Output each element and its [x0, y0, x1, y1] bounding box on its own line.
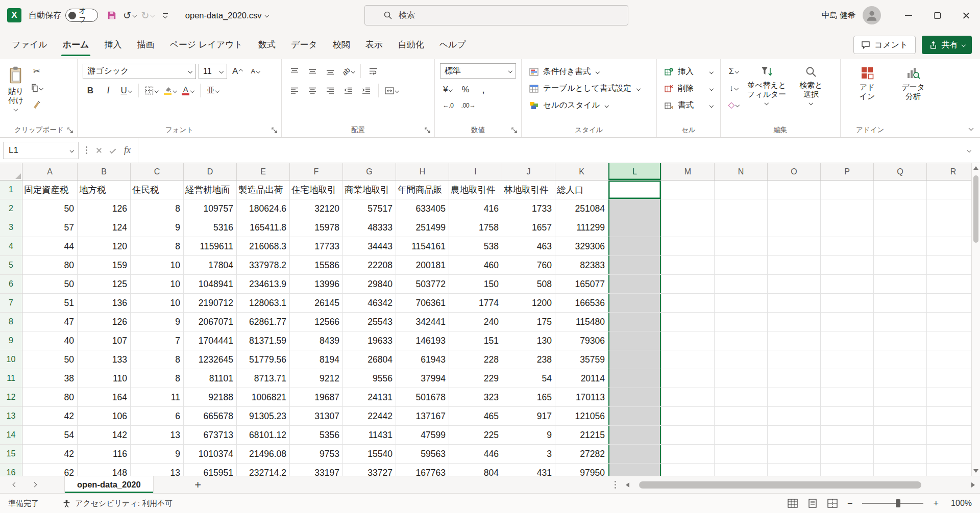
cell-O7[interactable] — [768, 294, 821, 313]
cell-A10[interactable]: 50 — [22, 350, 78, 369]
cell-L15[interactable] — [608, 445, 662, 464]
cell-L14[interactable] — [608, 426, 662, 445]
format-painter-button[interactable] — [29, 97, 44, 113]
zoom-level[interactable]: 100% — [948, 499, 972, 508]
undo-button[interactable]: ↺ — [120, 5, 138, 25]
cell-Q10[interactable] — [874, 350, 927, 369]
cell-M15[interactable] — [662, 445, 715, 464]
cell-I16[interactable]: 804 — [449, 464, 502, 476]
cell-O1[interactable] — [768, 181, 821, 199]
cell-D15[interactable]: 1010374 — [184, 445, 237, 464]
cell-J15[interactable]: 3 — [502, 445, 555, 464]
cell-J6[interactable]: 508 — [502, 275, 555, 294]
cell-A1[interactable]: 固定資産税 — [22, 181, 78, 199]
font-size-select[interactable]: 11 — [199, 64, 227, 79]
cell-D7[interactable]: 2190712 — [184, 294, 237, 313]
cell-A5[interactable]: 80 — [22, 256, 78, 275]
cell-M10[interactable] — [662, 350, 715, 369]
cell-G9[interactable]: 19633 — [343, 331, 396, 350]
cell-I14[interactable]: 225 — [449, 426, 502, 445]
cell-L3[interactable] — [608, 218, 662, 237]
cell-F4[interactable]: 17733 — [290, 237, 343, 256]
scroll-left-icon[interactable] — [626, 482, 629, 488]
cell-M7[interactable] — [662, 294, 715, 313]
file-name-button[interactable]: open-data_2020.csv — [185, 11, 268, 20]
cell-P9[interactable] — [821, 331, 874, 350]
cell-L16[interactable] — [608, 464, 662, 476]
cell-Q8[interactable] — [874, 313, 927, 331]
cell-O13[interactable] — [768, 407, 821, 426]
cell-Q12[interactable] — [874, 388, 927, 407]
merge-center-button[interactable] — [383, 83, 400, 98]
cell-G12[interactable]: 24131 — [343, 388, 396, 407]
cell-M9[interactable] — [662, 331, 715, 350]
cell-P10[interactable] — [821, 350, 874, 369]
cell-G14[interactable]: 11431 — [343, 426, 396, 445]
font-dialog-launcher[interactable] — [271, 127, 279, 135]
row-header-5[interactable]: 5 — [0, 256, 22, 275]
cell-K9[interactable]: 79306 — [555, 331, 608, 350]
cell-P4[interactable] — [821, 237, 874, 256]
cell-C11[interactable]: 8 — [131, 369, 184, 388]
cell-J12[interactable]: 165 — [502, 388, 555, 407]
cell-K10[interactable]: 35759 — [555, 350, 608, 369]
cell-H7[interactable]: 706361 — [396, 294, 449, 313]
excel-logo-icon[interactable]: X — [7, 8, 21, 22]
cell-P14[interactable] — [821, 426, 874, 445]
cell-B9[interactable]: 107 — [78, 331, 131, 350]
cell-A2[interactable]: 50 — [22, 199, 78, 218]
paste-button[interactable]: 貼り 付け — [6, 63, 26, 113]
share-button[interactable]: 共有 — [922, 36, 972, 54]
cell-M3[interactable] — [662, 218, 715, 237]
cell-H16[interactable]: 167763 — [396, 464, 449, 476]
tab-draw[interactable]: 描画 — [129, 31, 162, 59]
cell-B8[interactable]: 126 — [78, 313, 131, 331]
cell-A13[interactable]: 42 — [22, 407, 78, 426]
cell-G7[interactable]: 46342 — [343, 294, 396, 313]
cell-F1[interactable]: 住宅地取引 — [290, 181, 343, 199]
row-header-6[interactable]: 6 — [0, 275, 22, 294]
font-color-button[interactable]: A — [180, 83, 195, 98]
cell-Q4[interactable] — [874, 237, 927, 256]
underline-button[interactable]: U — [118, 83, 134, 98]
cell-D6[interactable]: 1048941 — [184, 275, 237, 294]
insert-cells-button[interactable]: 挿入 — [662, 63, 715, 80]
cell-F14[interactable]: 5356 — [290, 426, 343, 445]
cell-L1[interactable] — [608, 181, 662, 199]
cell-P3[interactable] — [821, 218, 874, 237]
cell-G3[interactable]: 48333 — [343, 218, 396, 237]
currency-format-button[interactable]: ¥ — [440, 82, 455, 97]
cell-O11[interactable] — [768, 369, 821, 388]
cell-N3[interactable] — [715, 218, 768, 237]
cell-G13[interactable]: 22442 — [343, 407, 396, 426]
cell-E2[interactable]: 180624.6 — [237, 199, 290, 218]
cell-K11[interactable]: 20114 — [555, 369, 608, 388]
cell-L12[interactable] — [608, 388, 662, 407]
cell-D2[interactable]: 109757 — [184, 199, 237, 218]
cell-A14[interactable]: 54 — [22, 426, 78, 445]
cell-H14[interactable]: 47599 — [396, 426, 449, 445]
cell-Q7[interactable] — [874, 294, 927, 313]
borders-button[interactable] — [143, 83, 160, 98]
align-left-button[interactable] — [287, 83, 302, 98]
row-header-13[interactable]: 13 — [0, 407, 22, 426]
cell-C5[interactable]: 10 — [131, 256, 184, 275]
page-layout-view-button[interactable] — [807, 499, 818, 508]
cell-D12[interactable]: 92188 — [184, 388, 237, 407]
number-format-select[interactable]: 標準 — [440, 63, 516, 79]
quick-access-customize-button[interactable] — [157, 5, 174, 25]
cell-C13[interactable]: 6 — [131, 407, 184, 426]
cell-L2[interactable] — [608, 199, 662, 218]
page-break-view-button[interactable] — [827, 499, 838, 508]
comma-format-button[interactable]: , — [476, 82, 491, 97]
cell-H9[interactable]: 146193 — [396, 331, 449, 350]
cell-P7[interactable] — [821, 294, 874, 313]
cell-R11[interactable] — [927, 369, 971, 388]
cell-F13[interactable]: 31307 — [290, 407, 343, 426]
cell-I15[interactable]: 446 — [449, 445, 502, 464]
search-box[interactable]: 検索 — [364, 5, 628, 25]
percent-format-button[interactable]: % — [458, 82, 473, 97]
cell-E4[interactable]: 216068.3 — [237, 237, 290, 256]
cell-N2[interactable] — [715, 199, 768, 218]
cell-G2[interactable]: 57517 — [343, 199, 396, 218]
